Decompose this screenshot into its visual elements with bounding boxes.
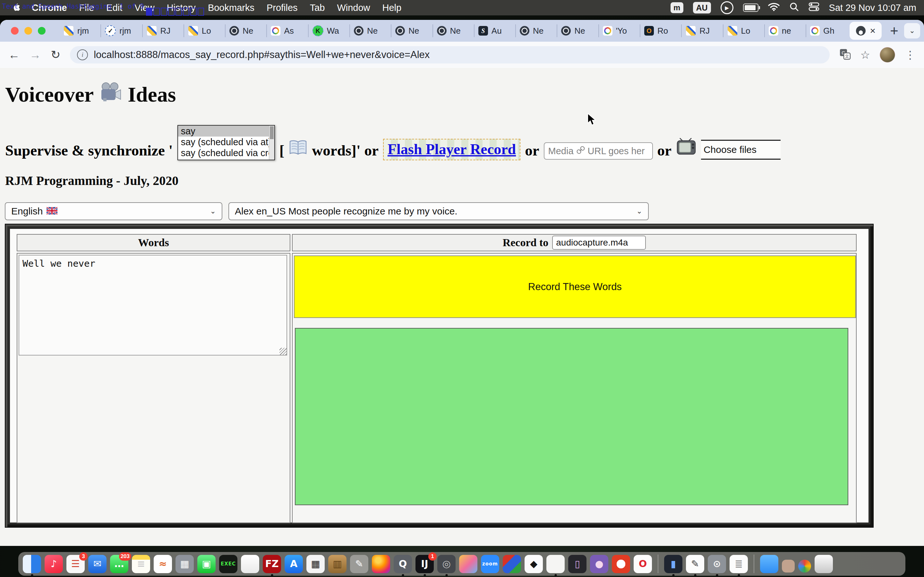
wifi-icon[interactable] xyxy=(768,2,780,13)
tab-rjm[interactable]: ✓rjm xyxy=(100,24,142,37)
minimize-window-button[interactable] xyxy=(24,27,32,35)
dock-icon-freeform[interactable] xyxy=(546,555,565,573)
browser-menu-icon[interactable]: ⋮ xyxy=(905,49,916,60)
url-text[interactable]: localhost:8888/macos_say_record.php#sayt… xyxy=(94,49,430,61)
site-info-icon[interactable]: i xyxy=(77,49,88,60)
dock-icon-mail[interactable]: ✉ xyxy=(88,555,107,573)
say-option-1[interactable]: say (scheduled via at) xyxy=(178,137,274,147)
dock-icon-notes[interactable]: ≡ xyxy=(132,555,150,573)
dock-icon-garageband[interactable]: ≈ xyxy=(153,555,172,573)
dock-icon-launchpad[interactable]: ▦ xyxy=(176,555,194,573)
tab-search-button[interactable]: ⌄ xyxy=(904,23,920,39)
menu-item-bookmarks[interactable]: Bookmarks xyxy=(202,3,260,13)
dock-icon-opera[interactable]: O xyxy=(634,555,652,573)
dock-icon-zoom[interactable]: zoom xyxy=(481,555,499,573)
say-option-0[interactable]: say xyxy=(178,126,274,137)
new-tab-button[interactable]: + xyxy=(890,24,898,38)
input-source-badge[interactable]: AU xyxy=(693,2,711,13)
choose-files-button[interactable]: Choose files xyxy=(701,140,780,160)
now-playing-icon[interactable]: ▶ xyxy=(720,1,733,14)
tab-ro[interactable]: ORo xyxy=(640,24,681,37)
words-textarea[interactable]: Well we never xyxy=(19,255,287,356)
dock-icon-prism[interactable] xyxy=(503,555,521,573)
language-select[interactable]: English ⌄ xyxy=(5,202,222,220)
dock-icon-mission-control[interactable]: ◎ xyxy=(437,555,456,573)
menu-item-tab[interactable]: Tab xyxy=(304,3,331,13)
tab-yo[interactable]: 'Yo xyxy=(598,24,640,37)
tab-rjm[interactable]: rjm xyxy=(60,24,100,37)
tab-rj[interactable]: RJ xyxy=(142,24,184,37)
dock-icon-messages[interactable]: …203 xyxy=(110,555,128,573)
close-tab-icon[interactable]: × xyxy=(870,26,876,35)
dock-icon-notes-tool[interactable]: ≣ xyxy=(730,555,748,573)
dock-icon-gauge[interactable] xyxy=(612,555,630,573)
spotlight-search-icon[interactable] xyxy=(789,2,799,14)
dock-icon-appstore[interactable]: A xyxy=(284,555,303,573)
tab-lo[interactable]: Lo xyxy=(723,24,764,37)
tab-label: Gh xyxy=(823,26,835,36)
tab-gh[interactable]: Gh xyxy=(806,24,847,37)
dock-icon-textedit[interactable] xyxy=(241,555,259,573)
dock-icon-finder[interactable] xyxy=(23,555,41,573)
reload-button[interactable]: ↻ xyxy=(51,49,60,61)
tab-ne[interactable]: Ne xyxy=(391,24,432,37)
dock-icon-contacts[interactable]: ▥ xyxy=(328,555,347,573)
dock-icon-calculator[interactable]: ▦ xyxy=(306,555,325,573)
dock-icon-intellij[interactable]: IJ1 xyxy=(415,555,434,573)
dock-icon-device-screen[interactable]: ▮ xyxy=(664,555,682,573)
bookmark-star-icon[interactable]: ☆ xyxy=(861,49,870,60)
voice-select[interactable]: Alex en_US Most people recognize me by m… xyxy=(228,202,649,220)
dock-icon-iphone[interactable]: ▯ xyxy=(568,555,586,573)
tab-rj[interactable]: RJ xyxy=(681,24,722,37)
close-window-button[interactable] xyxy=(11,27,19,35)
dock-icon-quicktime[interactable]: Q xyxy=(394,555,412,573)
back-button[interactable]: ← xyxy=(8,49,20,61)
dock-icon-trash[interactable] xyxy=(814,555,833,573)
tab-ne[interactable]: Ne xyxy=(433,24,474,37)
dock-icon-terminal[interactable]: EXEC xyxy=(219,555,237,573)
menu-bar-clock[interactable]: Sat 29 Nov 10:07 am xyxy=(829,3,916,13)
listbox-scrollbar[interactable] xyxy=(269,126,274,160)
dock-icon-cat-app[interactable]: ● xyxy=(590,555,608,573)
dock-icon-gimp[interactable]: ✎ xyxy=(350,555,368,573)
tab-ne[interactable]: Ne xyxy=(349,24,391,37)
dock-icon-firefox[interactable] xyxy=(372,555,390,573)
battery-icon[interactable] xyxy=(743,3,758,12)
active-tab[interactable]: × xyxy=(850,22,882,40)
record-filename-input[interactable]: audiocapture.m4a xyxy=(552,235,646,250)
zoom-window-button[interactable] xyxy=(38,27,45,35)
menu-item-help[interactable]: Help xyxy=(376,3,408,13)
control-center-icon[interactable] xyxy=(809,2,819,14)
dock-icon-reminders[interactable]: ☰3 xyxy=(66,555,85,573)
dock-icon-facetime[interactable]: ▣ xyxy=(197,555,216,573)
record-these-words-button[interactable]: Record These Words xyxy=(294,255,856,318)
translate-icon[interactable]: G文 xyxy=(839,48,851,61)
menu-extra-icon[interactable]: m xyxy=(670,2,683,13)
dock-icon-palette[interactable] xyxy=(459,555,477,573)
tab-au[interactable]: SAu xyxy=(474,24,515,37)
menu-item-window[interactable]: Window xyxy=(331,3,376,13)
dock-icon-inkscape[interactable]: ◆ xyxy=(525,555,543,573)
dock-icon-filezilla[interactable]: FZ xyxy=(263,555,281,573)
address-bar[interactable]: i localhost:8888/macos_say_record.php#sa… xyxy=(70,46,829,63)
tab-ne[interactable]: Ne xyxy=(557,24,598,37)
dock-icon-downloads-folder[interactable] xyxy=(760,555,779,573)
media-url-input[interactable]: Media URL goes her xyxy=(544,142,653,160)
dock-icon-screenshot-thumb[interactable] xyxy=(782,560,795,572)
profile-avatar[interactable] xyxy=(880,47,895,63)
say-option-2[interactable]: say (scheduled via cron) xyxy=(178,147,274,158)
tab-lo[interactable]: Lo xyxy=(184,24,225,37)
forward-button[interactable]: → xyxy=(29,49,41,61)
say-command-listbox[interactable]: saysay (scheduled via at)say (scheduled … xyxy=(178,125,275,160)
tab-wa[interactable]: KWa xyxy=(308,24,349,37)
dock-icon-chrome-thumb[interactable] xyxy=(798,560,811,572)
dock-icon-music[interactable]: ♪ xyxy=(45,555,63,573)
tab-ne[interactable]: Ne xyxy=(515,24,557,37)
dock-icon-accessibility-tool[interactable]: ⊙ xyxy=(708,555,726,573)
dock-icon-pages-tool[interactable]: ✎ xyxy=(686,555,704,573)
tab-ne[interactable]: Ne xyxy=(225,24,266,37)
flash-player-record-link[interactable]: Flash Player Record xyxy=(383,139,520,160)
tab-as[interactable]: As xyxy=(266,24,308,37)
menu-item-profiles[interactable]: Profiles xyxy=(260,3,304,13)
tab-ne[interactable]: ne xyxy=(764,24,806,37)
